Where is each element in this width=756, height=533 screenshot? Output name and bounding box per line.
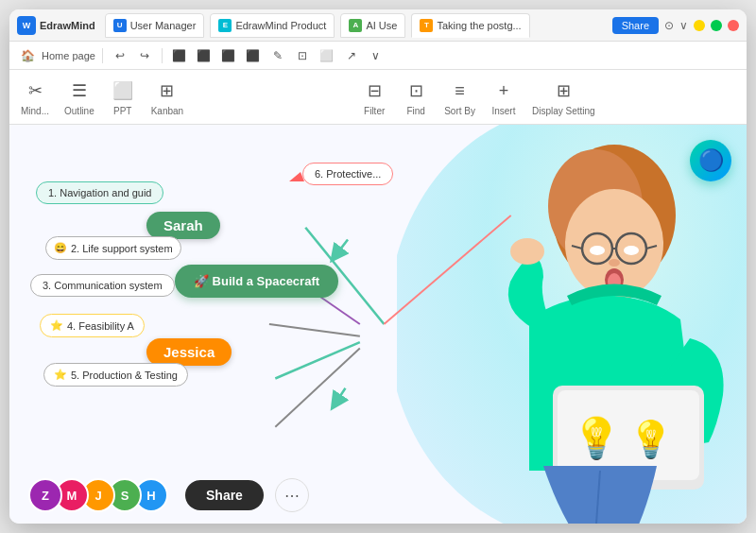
redo-button[interactable]: ↪ <box>134 45 155 66</box>
tab-icon-edrawmind: E <box>218 19 232 32</box>
floating-ai-icon: 🔵 <box>698 148 724 173</box>
svg-text:💡: 💡 <box>628 418 674 461</box>
toolbar-btn-4[interactable]: ⬛ <box>243 45 264 66</box>
jessica-label: Jessica <box>163 344 215 360</box>
ribbon-group-mind: ✂ Mind... <box>21 77 49 116</box>
share-network-button[interactable]: ⋯ <box>275 478 309 512</box>
toolbar-btn-3[interactable]: ⬛ <box>218 45 239 66</box>
help-icon[interactable]: ⊙ <box>664 19 674 32</box>
ribbon-left: ✂ Mind... ☰ Outline ⬜ PPT ⊞ Kanban <box>21 77 183 116</box>
center-node-label: 🚀 Build a Spacecraft <box>194 274 319 288</box>
protective-label: 6. Protective... <box>315 168 381 180</box>
insert-label: Insert <box>491 106 515 116</box>
app-window: W EdrawMind U User Manager E EdrawMind P… <box>9 9 747 524</box>
toolbar-btn-6[interactable]: ⊡ <box>292 45 313 66</box>
display-label: Display Setting <box>532 106 595 116</box>
nav-node-label: 1. Navigation and guid <box>48 187 151 198</box>
ribbon-group-ppt: ⬜ PPT <box>110 77 136 116</box>
share-title-button[interactable]: Share <box>612 17 659 34</box>
life-node[interactable]: 😄 2. Life support system <box>45 236 181 260</box>
toolbar-btn-9[interactable]: ∨ <box>366 45 387 66</box>
production-node[interactable]: ⭐ 5. Production & Testing <box>43 363 188 387</box>
tab-edrawmind-product[interactable]: E EdrawMind Product <box>210 13 335 38</box>
bottom-bar: Z M J S H Share ⋯ <box>9 467 747 524</box>
toolbar: 🏠 Home page ↩ ↪ ⬛ ⬛ ⬛ ⬛ ✎ ⊡ ⬜ ↗ ∨ <box>9 42 747 70</box>
ppt-icon[interactable]: ⬜ <box>110 77 136 104</box>
window-controls: Share ⊙ ∨ <box>612 17 739 34</box>
mind-label: Mind... <box>21 106 49 116</box>
svg-point-8 <box>590 246 605 255</box>
main-content: 💡 💡 <box>9 125 747 524</box>
tab-icon-user-manager: U <box>113 19 127 32</box>
sarah-node[interactable]: Sarah <box>146 212 220 239</box>
toolbar-btn-8[interactable]: ↗ <box>341 45 362 66</box>
close-button[interactable] <box>728 20 739 31</box>
center-node[interactable]: 🚀 Build a Spacecraft <box>175 265 338 298</box>
tab-taking-postg[interactable]: T Taking the postg... <box>411 13 529 38</box>
mindmap-nodes: 🚀 Build a Spacecraft 1. Navigation and g… <box>9 125 406 524</box>
protective-arrow <box>289 172 304 191</box>
svg-line-7 <box>646 246 657 249</box>
chevron-down-icon[interactable]: ∨ <box>679 19 688 32</box>
tab-icon-taking: T <box>420 19 433 32</box>
floating-ai-button[interactable]: 🔵 <box>690 140 731 181</box>
svg-point-3 <box>582 233 612 264</box>
svg-point-1 <box>548 149 643 263</box>
svg-point-0 <box>553 145 676 286</box>
svg-text:💡: 💡 <box>572 415 622 462</box>
find-icon[interactable]: ⊡ <box>403 77 429 104</box>
tab-icon-ai: A <box>349 19 362 32</box>
svg-point-14 <box>510 238 544 265</box>
ribbon-group-find: ⊡ Find <box>403 77 429 116</box>
sort-icon[interactable]: ≡ <box>447 77 473 104</box>
life-label: 2. Life support system <box>71 243 173 254</box>
toolbar-btn-7[interactable]: ⬜ <box>317 45 337 66</box>
kanban-icon[interactable]: ⊞ <box>154 77 180 104</box>
logo-text: EdrawMind <box>40 20 95 31</box>
home-button[interactable]: 🏠 <box>17 45 38 66</box>
tab-user-manager[interactable]: U User Manager <box>105 13 205 38</box>
toolbar-separator-1 <box>102 48 103 63</box>
outline-icon[interactable]: ☰ <box>66 77 93 104</box>
kanban-label: Kanban <box>151 106 183 116</box>
toolbar-btn-1[interactable]: ⬛ <box>169 45 190 66</box>
app-logo: W EdrawMind <box>17 16 95 35</box>
svg-line-6 <box>572 246 582 249</box>
comm-node[interactable]: 3. Communication system <box>30 274 175 297</box>
svg-point-12 <box>608 273 621 290</box>
share-big-button[interactable]: Share <box>185 480 264 510</box>
title-bar: W EdrawMind U User Manager E EdrawMind P… <box>9 9 747 42</box>
feasibility-label: 4. Feasibility A <box>67 320 134 332</box>
sarah-label: Sarah <box>163 217 203 233</box>
filter-label: Filter <box>364 106 385 116</box>
svg-rect-13 <box>597 293 631 319</box>
tab-ai-use[interactable]: A AI Use <box>340 13 405 38</box>
toolbar-btn-2[interactable]: ⬛ <box>194 45 215 66</box>
feasibility-star: ⭐ <box>50 319 63 332</box>
logo-icon: W <box>17 16 36 35</box>
feasibility-node[interactable]: ⭐ 4. Feasibility A <box>40 314 145 337</box>
outline-label: Outline <box>64 106 94 116</box>
jessica-node[interactable]: Jessica <box>146 338 232 366</box>
maximize-button[interactable] <box>711 20 722 31</box>
bg-gradient <box>397 125 747 524</box>
mind-icon[interactable]: ✂ <box>22 77 48 104</box>
avatar-z[interactable]: Z <box>28 478 62 512</box>
nav-node[interactable]: 1. Navigation and guid <box>36 181 163 204</box>
find-label: Find <box>406 106 424 116</box>
ribbon: ✂ Mind... ☰ Outline ⬜ PPT ⊞ Kanban ⊟ Fil… <box>9 70 747 125</box>
minimize-button[interactable] <box>694 20 705 31</box>
undo-button[interactable]: ↩ <box>110 45 130 66</box>
person-svg: 💡 💡 <box>397 125 747 524</box>
filter-icon[interactable]: ⊟ <box>361 77 387 104</box>
ppt-label: PPT <box>113 106 131 116</box>
insert-icon[interactable]: + <box>490 77 517 104</box>
avatar-group: Z M J S H <box>28 478 161 512</box>
protective-node[interactable]: 6. Protective... <box>302 163 393 185</box>
toolbar-separator-2 <box>162 48 163 63</box>
svg-point-9 <box>624 246 639 255</box>
svg-point-4 <box>616 233 646 264</box>
toolbar-btn-5[interactable]: ✎ <box>267 45 288 66</box>
ribbon-group-kanban: ⊞ Kanban <box>151 77 183 116</box>
display-icon[interactable]: ⊞ <box>550 77 576 104</box>
